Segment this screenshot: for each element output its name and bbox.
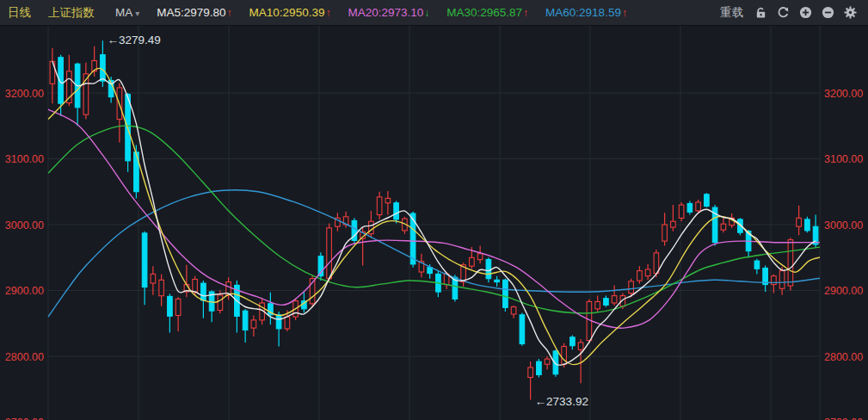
svg-text:2900.00: 2900.00 bbox=[5, 285, 44, 297]
svg-text:3000.00: 3000.00 bbox=[5, 219, 44, 232]
svg-text:3100.00: 3100.00 bbox=[824, 153, 863, 165]
ma30-indicator: MA30:2965.87↑ bbox=[446, 6, 528, 19]
svg-text:2800.00: 2800.00 bbox=[824, 351, 863, 363]
up-arrow-icon: ↑ bbox=[622, 7, 627, 19]
ma-dropdown[interactable]: MA▾ bbox=[115, 6, 139, 19]
reload-button[interactable]: 重载 bbox=[720, 5, 743, 21]
ma60-value: MA60:2918.59 bbox=[545, 6, 621, 19]
refresh-icon[interactable] bbox=[776, 5, 791, 20]
ma5-value: MA5:2979.80 bbox=[157, 6, 225, 19]
svg-text:2700.00: 2700.00 bbox=[824, 417, 863, 420]
chart-window: ←3279.49←2733.923200.003200.003100.00310… bbox=[0, 0, 868, 420]
ma20-indicator: MA20:2973.10↓ bbox=[348, 6, 429, 19]
up-arrow-icon: ↑ bbox=[227, 7, 232, 19]
svg-text:3200.00: 3200.00 bbox=[824, 88, 863, 100]
candlestick-chart[interactable]: ←3279.49←2733.923200.003200.003100.00310… bbox=[0, 0, 868, 420]
ma20-value: MA20:2973.10 bbox=[348, 6, 423, 19]
up-arrow-icon: ↑ bbox=[325, 7, 330, 19]
svg-text:←2733.92: ←2733.92 bbox=[535, 395, 588, 408]
svg-text:3000.00: 3000.00 bbox=[824, 219, 863, 232]
svg-text:←3279.49: ←3279.49 bbox=[107, 34, 160, 46]
down-arrow-icon: ↓ bbox=[424, 7, 429, 19]
unlock-icon[interactable] bbox=[754, 5, 768, 20]
chart-toolbar: 日线 上证指数 MA▾ MA5:2979.80↑ MA10:2950.39↑ M… bbox=[0, 0, 868, 26]
up-arrow-icon: ↑ bbox=[523, 7, 528, 19]
ma5-indicator: MA5:2979.80↑ bbox=[157, 6, 231, 19]
ma10-indicator: MA10:2950.39↑ bbox=[249, 6, 331, 19]
chevron-down-icon: ▾ bbox=[135, 9, 139, 18]
ma60-indicator: MA60:2918.59↑ bbox=[545, 6, 627, 19]
svg-text:3200.00: 3200.00 bbox=[5, 88, 44, 100]
ma30-value: MA30:2965.87 bbox=[446, 6, 522, 19]
zoom-out-icon[interactable] bbox=[821, 5, 835, 20]
zoom-in-icon[interactable] bbox=[798, 5, 813, 20]
svg-text:3100.00: 3100.00 bbox=[5, 153, 44, 165]
svg-text:2900.00: 2900.00 bbox=[824, 285, 863, 297]
ma10-value: MA10:2950.39 bbox=[249, 6, 325, 19]
ma-dropdown-label: MA bbox=[115, 6, 132, 19]
settings-icon[interactable] bbox=[843, 5, 858, 20]
svg-text:2800.00: 2800.00 bbox=[5, 351, 44, 363]
tab-period-daily[interactable]: 日线 bbox=[8, 5, 31, 21]
symbol-name[interactable]: 上证指数 bbox=[48, 5, 95, 21]
svg-text:2700.00: 2700.00 bbox=[5, 417, 44, 420]
